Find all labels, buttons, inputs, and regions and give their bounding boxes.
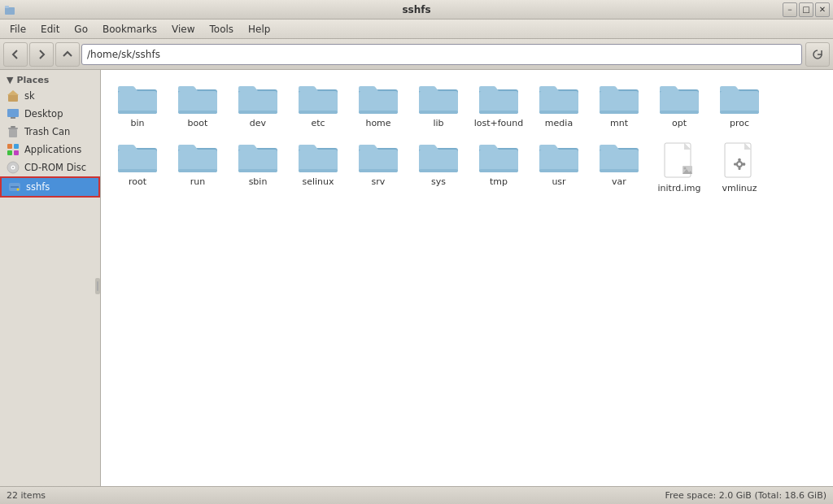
file-grid: bin boot dev: [109, 78, 825, 198]
menu-view[interactable]: View: [165, 22, 201, 37]
svg-rect-26: [238, 91, 277, 114]
file-area: bin boot dev: [101, 70, 833, 486]
svg-rect-39: [479, 111, 518, 114]
reload-button[interactable]: [805, 42, 830, 67]
svg-rect-77: [600, 150, 639, 172]
folder-icon: [299, 83, 338, 115]
svg-rect-17: [11, 186, 19, 188]
menu-help[interactable]: Help: [242, 22, 277, 37]
folder-icon: [539, 141, 578, 174]
file-item-bin[interactable]: bin: [109, 78, 166, 133]
file-item-selinux[interactable]: selinux: [290, 137, 347, 198]
file-item-tmp[interactable]: tmp: [470, 137, 527, 198]
file-item-etc[interactable]: etc: [290, 78, 347, 133]
file-item-usr[interactable]: usr: [530, 137, 587, 198]
svg-rect-0: [5, 7, 15, 15]
file-item-srv[interactable]: srv: [350, 137, 407, 198]
svg-rect-68: [419, 150, 458, 172]
folder-icon: [359, 141, 398, 174]
svg-rect-33: [359, 111, 398, 114]
svg-rect-72: [479, 169, 518, 172]
folder-icon: [479, 83, 518, 115]
back-button[interactable]: [3, 42, 28, 67]
sidebar-section-label: Places: [16, 75, 49, 85]
forward-button[interactable]: [29, 42, 54, 67]
location-bar[interactable]: /home/sk/sshfs: [81, 44, 802, 65]
svg-rect-30: [299, 111, 338, 114]
svg-rect-23: [178, 91, 217, 114]
svg-point-18: [17, 189, 20, 191]
svg-rect-78: [600, 169, 639, 172]
sidebar-label-cdrom: CD-ROM Disc: [24, 162, 86, 173]
minimize-button[interactable]: －: [783, 2, 797, 17]
sidebar-item-sk[interactable]: sk: [0, 87, 100, 105]
location-path: /home/sk/sshfs: [87, 49, 160, 60]
sidebar-item-cdrom[interactable]: CD-ROM Disc: [0, 159, 100, 176]
file-item-run[interactable]: run: [169, 137, 226, 198]
file-item-dev[interactable]: dev: [229, 78, 286, 133]
svg-rect-7: [8, 128, 18, 129]
svg-rect-56: [178, 150, 217, 172]
maximize-button[interactable]: □: [799, 2, 813, 17]
menu-go[interactable]: Go: [68, 22, 94, 37]
svg-rect-47: [660, 91, 699, 114]
file-label-tmp: tmp: [490, 176, 508, 187]
folder-icon: [419, 141, 458, 174]
svg-rect-2: [8, 94, 18, 102]
svg-point-15: [12, 167, 14, 168]
file-item-root[interactable]: root: [109, 137, 166, 198]
svg-rect-66: [359, 169, 398, 172]
file-item-vmlinuz[interactable]: vmlinuz: [711, 137, 768, 198]
svg-rect-10: [14, 144, 19, 149]
svg-rect-20: [118, 91, 157, 114]
folder-icon: [660, 83, 699, 115]
svg-rect-91: [739, 167, 741, 170]
file-item-mnt[interactable]: mnt: [591, 78, 648, 133]
sidebar-section-places: ▼ Places: [0, 73, 100, 87]
file-label-sys: sys: [431, 176, 446, 187]
folder-icon: [359, 83, 398, 115]
sidebar-label-sk: sk: [24, 90, 35, 102]
file-item-home[interactable]: home: [350, 78, 407, 133]
sidebar-item-applications[interactable]: Applications: [0, 141, 100, 159]
window-icon: [3, 3, 16, 16]
file-label-var: var: [612, 176, 626, 187]
sidebar-item-desktop[interactable]: Desktop: [0, 105, 100, 123]
status-free-space: Free space: 2.0 GiB (Total: 18.6 GiB): [665, 490, 826, 501]
menu-file[interactable]: File: [3, 22, 33, 37]
menu-tools[interactable]: Tools: [203, 22, 241, 37]
window-title: sshfs: [402, 4, 430, 15]
file-item-proc[interactable]: proc: [711, 78, 768, 133]
svg-point-83: [684, 167, 687, 170]
up-button[interactable]: [55, 42, 80, 67]
file-item-lib[interactable]: lib: [410, 78, 467, 133]
close-button[interactable]: ✕: [815, 2, 830, 17]
svg-rect-27: [238, 111, 277, 114]
file-item-media[interactable]: media: [530, 78, 587, 133]
file-item-opt[interactable]: opt: [651, 78, 708, 133]
folder-icon: [178, 83, 217, 115]
file-label-home: home: [365, 118, 390, 128]
svg-rect-38: [479, 91, 518, 114]
svg-point-89: [738, 163, 741, 166]
file-item-sys[interactable]: sys: [410, 137, 467, 198]
svg-rect-12: [14, 150, 19, 155]
file-item-boot[interactable]: boot: [169, 78, 226, 133]
svg-rect-57: [178, 169, 217, 172]
svg-rect-75: [539, 169, 578, 172]
sidebar-resize-handle[interactable]: [95, 278, 100, 294]
sidebar-item-sshfs[interactable]: sshfs: [0, 176, 100, 198]
file-item-lost+found[interactable]: lost+found: [470, 78, 527, 133]
file-item-var[interactable]: var: [591, 137, 648, 198]
sidebar-item-trash[interactable]: Trash Can: [0, 123, 100, 141]
file-label-dev: dev: [250, 118, 266, 128]
menu-edit[interactable]: Edit: [34, 22, 66, 37]
file-item-sbin[interactable]: sbin: [229, 137, 286, 198]
svg-rect-29: [299, 91, 338, 114]
file-label-lib: lib: [433, 118, 443, 128]
svg-rect-41: [539, 91, 578, 114]
svg-rect-36: [419, 111, 458, 114]
file-label-usr: usr: [552, 176, 565, 187]
menu-bookmarks[interactable]: Bookmarks: [96, 22, 164, 37]
file-item-initrd.img[interactable]: initrd.img: [651, 137, 708, 198]
